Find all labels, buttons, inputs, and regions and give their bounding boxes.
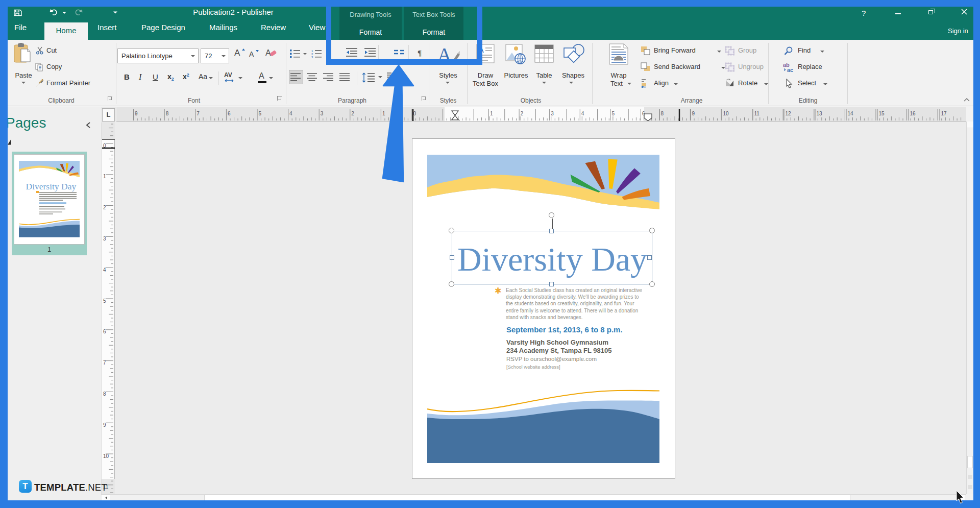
svg-text:Diversity Day: Diversity Day (26, 181, 77, 191)
svg-text:7: 7 (103, 360, 106, 366)
svg-text:1: 1 (103, 174, 106, 179)
svg-text:4: 4 (103, 267, 106, 273)
svg-text:13: 13 (817, 111, 823, 116)
svg-text:6: 6 (228, 111, 231, 116)
svg-text:12: 12 (786, 111, 792, 116)
svg-text:3: 3 (321, 111, 324, 116)
svg-text:9: 9 (135, 111, 138, 116)
svg-text:16: 16 (910, 111, 916, 116)
svg-text:8: 8 (661, 111, 664, 116)
svg-text:4: 4 (289, 111, 292, 116)
svg-text:15: 15 (879, 111, 885, 116)
svg-text:2: 2 (351, 111, 354, 116)
svg-text:17: 17 (941, 111, 947, 116)
svg-text:1: 1 (490, 111, 493, 116)
svg-text:2: 2 (103, 205, 106, 210)
svg-text:10: 10 (103, 453, 109, 459)
svg-text:ac: ac (787, 67, 793, 72)
svg-text:5: 5 (103, 298, 106, 304)
svg-text:5: 5 (259, 111, 262, 116)
svg-text:A: A (265, 49, 271, 57)
svg-text:6: 6 (103, 329, 106, 334)
svg-text:3: 3 (103, 236, 106, 241)
svg-text:7: 7 (197, 111, 200, 116)
svg-text:3: 3 (551, 111, 554, 116)
svg-text:4: 4 (581, 111, 584, 116)
svg-text:11: 11 (754, 111, 760, 116)
svg-text:2: 2 (521, 111, 524, 116)
svg-text:5: 5 (611, 111, 615, 116)
svg-text:3: 3 (311, 56, 313, 59)
svg-text:AV: AV (224, 71, 232, 79)
svg-text:9: 9 (103, 422, 106, 428)
svg-text:8: 8 (166, 111, 169, 116)
svg-text:8: 8 (103, 391, 106, 397)
svg-text:14: 14 (848, 111, 854, 116)
svg-text:9: 9 (692, 111, 695, 116)
svg-text:10: 10 (723, 111, 729, 116)
